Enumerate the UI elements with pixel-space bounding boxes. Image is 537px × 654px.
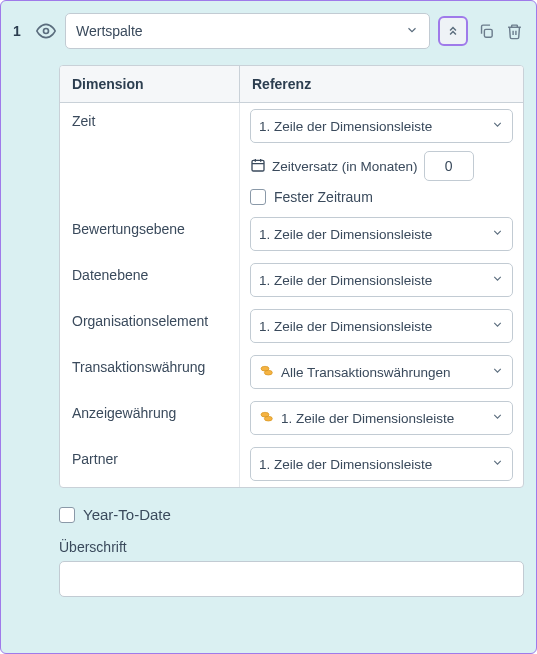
table-row: TransaktionswährungAlle Transaktionswähr… (60, 349, 523, 395)
heading-section: Überschrift (59, 539, 524, 597)
chevron-down-icon (405, 23, 419, 40)
table-row: Datenebene1. Zeile der Dimensionsleiste (60, 257, 523, 303)
svg-point-9 (264, 416, 272, 421)
ytd-row: Year-To-Date (59, 506, 524, 523)
table-header: Dimension Referenz (60, 66, 523, 103)
row-zeit: Zeit 1. Zeile der Dimensionsleiste Zeitv… (60, 103, 523, 211)
select-value: 1. Zeile der Dimensionsleiste (259, 273, 432, 288)
time-offset-input[interactable] (424, 151, 474, 181)
svg-point-0 (44, 29, 49, 34)
panel-content: Dimension Referenz Zeit 1. Zeile der Dim… (59, 65, 524, 597)
dim-label: Organisationselement (60, 303, 240, 349)
table-row: Partner1. Zeile der Dimensionsleiste (60, 441, 523, 487)
row-index: 1 (7, 23, 27, 39)
dim-label: Bewertungsebene (60, 211, 240, 257)
header-dimension: Dimension (60, 66, 240, 102)
panel-header: 1 Wertspalte (7, 13, 524, 49)
chevron-down-icon (491, 364, 504, 380)
reference-select[interactable]: 1. Zeile der Dimensionsleiste (250, 263, 513, 297)
time-offset-row: Zeitversatz (in Monaten) (250, 151, 513, 181)
collapse-button[interactable] (438, 16, 468, 46)
fixed-period-checkbox[interactable] (250, 189, 266, 205)
table-row: Anzeigewährung1. Zeile der Dimensionslei… (60, 395, 523, 441)
zeit-reference-select[interactable]: 1. Zeile der Dimensionsleiste (250, 109, 513, 143)
fixed-period-label: Fester Zeitraum (274, 189, 373, 205)
delete-button[interactable] (504, 21, 524, 41)
svg-point-7 (264, 370, 272, 375)
chevron-down-icon (491, 456, 504, 472)
reference-select[interactable]: Alle Transaktionswährungen (250, 355, 513, 389)
dim-label: Transaktionswährung (60, 349, 240, 395)
reference-select[interactable]: 1. Zeile der Dimensionsleiste (250, 447, 513, 481)
select-value: 1. Zeile der Dimensionsleiste (259, 119, 432, 134)
table-row: Bewertungsebene1. Zeile der Dimensionsle… (60, 211, 523, 257)
reference-select[interactable]: 1. Zeile der Dimensionsleiste (250, 217, 513, 251)
calendar-icon (250, 157, 266, 176)
reference-select[interactable]: 1. Zeile der Dimensionsleiste (250, 309, 513, 343)
dim-label: Zeit (60, 103, 240, 211)
svg-rect-1 (484, 29, 492, 37)
svg-rect-2 (252, 160, 264, 171)
chevron-down-icon (491, 318, 504, 334)
select-value: Alle Transaktionswährungen (259, 364, 451, 380)
duplicate-button[interactable] (476, 21, 496, 41)
reference-select[interactable]: 1. Zeile der Dimensionsleiste (250, 401, 513, 435)
dim-label: Partner (60, 441, 240, 487)
ytd-checkbox[interactable] (59, 507, 75, 523)
time-offset-label: Zeitversatz (in Monaten) (272, 159, 418, 174)
chevron-down-icon (491, 226, 504, 242)
dim-label: Datenebene (60, 257, 240, 303)
fixed-period-row: Fester Zeitraum (250, 189, 513, 205)
ytd-label: Year-To-Date (83, 506, 171, 523)
chevron-down-icon (491, 272, 504, 288)
dim-label: Anzeigewährung (60, 395, 240, 441)
dimension-table: Dimension Referenz Zeit 1. Zeile der Dim… (59, 65, 524, 488)
select-value: 1. Zeile der Dimensionsleiste (259, 410, 454, 426)
select-value: 1. Zeile der Dimensionsleiste (259, 457, 432, 472)
column-type-value: Wertspalte (76, 23, 143, 39)
config-panel: 1 Wertspalte Dimension Referenz (0, 0, 537, 654)
heading-label: Überschrift (59, 539, 524, 555)
select-value: 1. Zeile der Dimensionsleiste (259, 319, 432, 334)
select-value: 1. Zeile der Dimensionsleiste (259, 227, 432, 242)
header-reference: Referenz (240, 66, 523, 102)
table-body: Zeit 1. Zeile der Dimensionsleiste Zeitv… (60, 103, 523, 487)
heading-input[interactable] (59, 561, 524, 597)
column-type-select[interactable]: Wertspalte (65, 13, 430, 49)
chevron-down-icon (491, 410, 504, 426)
chevron-down-icon (491, 118, 504, 134)
table-row: Organisationselement1. Zeile der Dimensi… (60, 303, 523, 349)
visibility-toggle[interactable] (35, 20, 57, 42)
